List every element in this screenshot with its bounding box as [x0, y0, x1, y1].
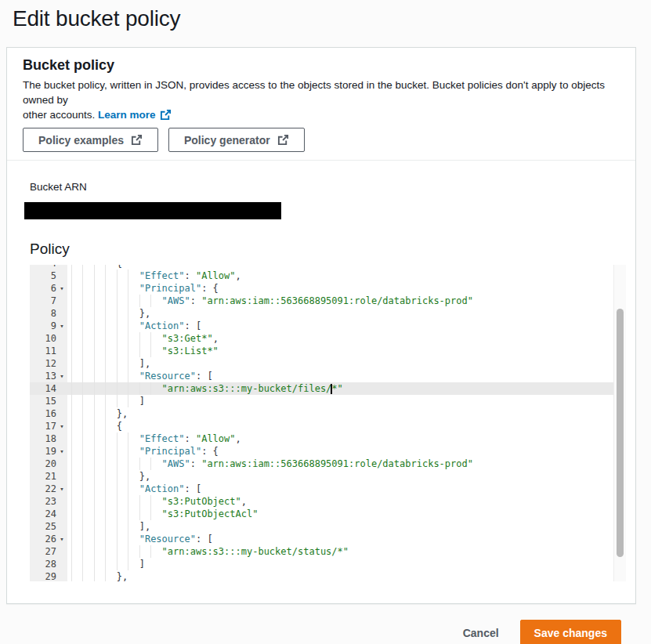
code-text[interactable]: "AWS": "arn:aws:iam::563668895091:role/d… — [67, 458, 626, 470]
policy-generator-button[interactable]: Policy generator — [168, 128, 305, 152]
gutter-cell[interactable]: 12 — [30, 357, 67, 370]
editor-line-29[interactable]: 29}, — [30, 570, 626, 581]
gutter-cell[interactable]: 27 — [30, 545, 67, 558]
json-punctuation: , — [236, 270, 241, 282]
editor-scrollbar[interactable] — [613, 265, 626, 581]
fold-arrow-icon[interactable]: ▾ — [56, 370, 67, 382]
editor-line-25[interactable]: 25], — [30, 520, 626, 533]
gutter-cell[interactable]: 28 — [30, 558, 67, 570]
editor-line-21[interactable]: 21}, — [30, 470, 626, 483]
redacted-bucket-arn-value — [24, 202, 281, 219]
gutter-cell[interactable]: 20 — [30, 458, 67, 470]
code-text[interactable]: "Effect": "Allow", — [67, 270, 626, 282]
editor-line-7[interactable]: 7"AWS": "arn:aws:iam::563668895091:role/… — [30, 295, 626, 307]
gutter-cell[interactable]: 16 — [30, 407, 67, 420]
editor-line-20[interactable]: 20"AWS": "arn:aws:iam::563668895091:role… — [30, 458, 626, 470]
gutter-cell[interactable]: 19▾ — [30, 445, 67, 458]
editor-line-9[interactable]: 9▾"Action": [ — [30, 320, 626, 332]
fold-arrow-icon[interactable]: ▾ — [56, 282, 67, 295]
code-text[interactable]: "AWS": "arn:aws:iam::563668895091:role/d… — [67, 295, 626, 307]
save-changes-button[interactable]: Save changes — [520, 620, 621, 644]
code-text[interactable]: "s3:PutObjectAcl" — [67, 508, 626, 520]
gutter-cell[interactable]: 17▾ — [30, 420, 67, 432]
editor-line-13[interactable]: 13▾"Resource": [ — [30, 370, 626, 382]
fold-arrow-icon[interactable]: ▾ — [56, 445, 67, 458]
policy-examples-button[interactable]: Policy examples — [23, 128, 158, 152]
gutter-cell[interactable]: 13▾ — [30, 370, 67, 382]
gutter-cell[interactable]: 14 — [30, 382, 67, 395]
gutter-cell[interactable]: 18 — [30, 432, 67, 445]
json-key: "Resource" — [139, 533, 196, 545]
code-text[interactable]: ] — [67, 558, 626, 570]
gutter-cell[interactable]: 7 — [30, 295, 67, 307]
code-text[interactable]: "Effect": "Allow", — [67, 432, 626, 445]
line-number: 10 — [30, 332, 56, 345]
json-key: "Principal" — [139, 282, 201, 295]
editor-line-22[interactable]: 22▾"Action": [ — [30, 483, 626, 495]
code-text[interactable]: "arn:aws:s3:::my-bucket/files/*" — [67, 382, 626, 395]
code-text[interactable]: ], — [67, 520, 626, 533]
scrollbar-thumb[interactable] — [617, 309, 624, 557]
code-text[interactable]: }, — [67, 407, 626, 420]
gutter-cell[interactable]: 29 — [30, 570, 67, 581]
editor-line-24[interactable]: 24"s3:PutObjectAcl" — [30, 508, 626, 520]
code-text[interactable]: }, — [67, 307, 626, 320]
gutter-cell[interactable]: 6▾ — [30, 282, 67, 295]
gutter-cell[interactable]: 23 — [30, 495, 67, 508]
fold-arrow-icon[interactable]: ▾ — [56, 533, 67, 545]
code-text[interactable]: "Principal": { — [67, 282, 626, 295]
fold-arrow-icon[interactable]: ▾ — [56, 320, 67, 332]
indent-guides — [71, 357, 139, 370]
gutter-cell[interactable]: 10 — [30, 332, 67, 345]
gutter-cell[interactable]: 11 — [30, 345, 67, 357]
code-text[interactable]: "Resource": [ — [67, 533, 626, 545]
code-text[interactable]: "Action": [ — [67, 483, 626, 495]
code-text[interactable]: }, — [67, 570, 626, 581]
gutter-cell[interactable]: 26▾ — [30, 533, 67, 545]
gutter-cell[interactable]: 5 — [30, 270, 67, 282]
policy-code-editor[interactable]: 4{5"Effect": "Allow",6▾"Principal": {7"A… — [30, 265, 626, 581]
code-text[interactable]: "s3:Get*", — [67, 332, 626, 345]
learn-more-link[interactable]: Learn more — [98, 107, 172, 122]
fold-arrow-icon[interactable]: ▾ — [56, 420, 67, 432]
editor-line-28[interactable]: 28] — [30, 558, 626, 570]
gutter-cell[interactable]: 21 — [30, 470, 67, 483]
code-text[interactable]: "arn:aws:s3:::my-bucket/status/*" — [67, 545, 626, 558]
gutter-cell[interactable]: 24 — [30, 508, 67, 520]
gutter-cell[interactable]: 8 — [30, 307, 67, 320]
editor-line-19[interactable]: 19▾"Principal": { — [30, 445, 626, 458]
gutter-cell[interactable]: 25 — [30, 520, 67, 533]
editor-line-17[interactable]: 17▾{ — [30, 420, 626, 432]
code-text[interactable]: "s3:PutObject", — [67, 495, 626, 508]
editor-line-14[interactable]: 14"arn:aws:s3:::my-bucket/files/*" — [30, 382, 626, 395]
editor-line-27[interactable]: 27"arn:aws:s3:::my-bucket/status/*" — [30, 545, 626, 558]
gutter-cell[interactable]: 22▾ — [30, 483, 67, 495]
editor-line-12[interactable]: 12], — [30, 357, 626, 370]
cancel-button[interactable]: Cancel — [463, 627, 499, 639]
editor-line-8[interactable]: 8}, — [30, 307, 626, 320]
code-text[interactable]: ], — [67, 357, 626, 370]
panel-description: The bucket policy, written in JSON, prov… — [23, 78, 620, 122]
editor-line-26[interactable]: 26▾"Resource": [ — [30, 533, 626, 545]
gutter-cell[interactable]: 15 — [30, 395, 67, 407]
editor-line-15[interactable]: 15] — [30, 395, 626, 407]
editor-line-23[interactable]: 23"s3:PutObject", — [30, 495, 626, 508]
indent-guides — [71, 533, 139, 545]
editor-line-6[interactable]: 6▾"Principal": { — [30, 282, 626, 295]
code-text[interactable]: "Resource": [ — [67, 370, 626, 382]
code-text[interactable]: "Principal": { — [67, 445, 626, 458]
code-text[interactable]: "s3:List*" — [67, 345, 626, 357]
code-text[interactable]: ] — [67, 395, 626, 407]
editor-line-10[interactable]: 10"s3:Get*", — [30, 332, 626, 345]
json-punctuation: : { — [201, 445, 219, 458]
code-text[interactable]: "Action": [ — [67, 320, 626, 332]
code-text[interactable]: { — [67, 420, 626, 432]
fold-arrow-icon[interactable]: ▾ — [56, 483, 67, 495]
editor-line-18[interactable]: 18"Effect": "Allow", — [30, 432, 626, 445]
editor-line-5[interactable]: 5"Effect": "Allow", — [30, 270, 626, 282]
editor-line-16[interactable]: 16}, — [30, 407, 626, 420]
gutter-cell[interactable]: 9▾ — [30, 320, 67, 332]
code-text[interactable]: }, — [67, 470, 626, 483]
editor-line-11[interactable]: 11"s3:List*" — [30, 345, 626, 357]
json-punctuation: }, — [139, 307, 150, 320]
